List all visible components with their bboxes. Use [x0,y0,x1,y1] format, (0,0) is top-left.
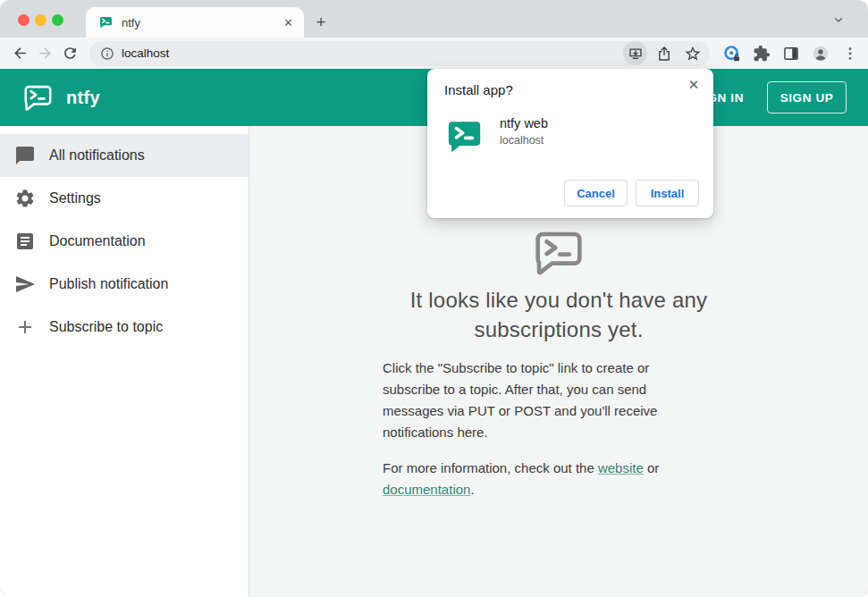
ntfy-app-icon [446,119,483,156]
gear-icon [14,188,36,209]
dialog-app-origin: localhost [500,134,544,147]
browser-toolbar: localhost [0,38,868,69]
more-info-mid: or [644,460,660,475]
chat-bubble-icon [14,145,36,166]
back-button[interactable] [7,41,32,66]
tab-close-icon[interactable]: ✕ [282,15,295,30]
address-bar[interactable]: localhost [89,41,710,66]
sidebar-item-publish-notification[interactable]: Publish notification [0,263,249,306]
sidebar-item-label: Settings [49,190,101,206]
plus-icon [14,316,36,338]
tab-title: ntfy [122,16,274,29]
chevron-down-icon[interactable] [829,10,848,29]
sidebar-item-label: Subscribe to topic [49,319,163,335]
more-info-text: For more information, check out the webs… [383,458,695,500]
password-manager-extension-icon[interactable] [721,42,744,65]
fullscreen-window-button[interactable] [52,14,63,26]
new-tab-button[interactable]: + [309,11,333,34]
sidebar-item-label: Publish notification [49,276,168,292]
article-icon [14,231,36,252]
browser-menu-icon[interactable] [839,42,862,65]
toolbar-extensions-area [721,42,862,65]
sidebar-item-settings[interactable]: Settings [0,177,249,220]
sidebar-item-subscribe-to-topic[interactable]: Subscribe to topic [0,306,249,349]
app-title: ntfy [66,88,100,108]
send-icon [14,273,36,295]
reload-button[interactable] [57,41,82,66]
dialog-title: Install app? [444,82,513,97]
dialog-app-name: ntfy web [500,116,548,130]
sign-up-button[interactable]: SIGN UP [767,81,847,114]
browser-window: ntfy ✕ + localhost [0,0,868,597]
url-text: localhost [122,46,616,60]
minimize-window-button[interactable] [35,14,46,26]
profile-avatar[interactable] [809,42,832,65]
more-info-suffix: . [470,482,474,497]
install-app-icon[interactable] [623,41,647,65]
ntfy-logo-large-icon [531,228,586,278]
extensions-puzzle-icon[interactable] [750,42,773,65]
sidebar-nav: All notifications Settings Documentation… [0,126,249,597]
site-info-icon[interactable] [100,46,114,61]
dialog-close-icon[interactable]: ✕ [683,74,704,96]
install-app-dialog: Install app? ✕ ntfy web localhost Cancel… [427,69,713,218]
sidebar-item-label: Documentation [49,233,146,249]
side-panel-icon[interactable] [780,42,803,65]
sidebar-item-documentation[interactable]: Documentation [0,220,249,263]
tab-favicon-ntfy-icon [98,15,114,29]
empty-state-heading: It looks like you don't have any subscri… [362,285,755,344]
browser-tab-ntfy[interactable]: ntfy ✕ [86,7,304,38]
forward-button[interactable] [32,41,57,66]
more-info-prefix: For more information, check out the [383,460,598,475]
website-link[interactable]: website [598,460,644,475]
empty-state-description: Click the "Subscribe to topic" link to c… [383,357,695,443]
sidebar-item-label: All notifications [49,147,145,164]
tab-strip: ntfy ✕ + [0,0,868,38]
share-icon[interactable] [653,42,676,65]
cancel-button[interactable]: Cancel [564,180,628,206]
ntfy-logo-icon [21,83,55,113]
documentation-link[interactable]: documentation [383,482,470,497]
bookmark-star-icon[interactable] [681,42,704,65]
close-window-button[interactable] [18,14,29,26]
sidebar-item-all-notifications[interactable]: All notifications [0,134,249,177]
install-button[interactable]: Install [636,180,699,206]
